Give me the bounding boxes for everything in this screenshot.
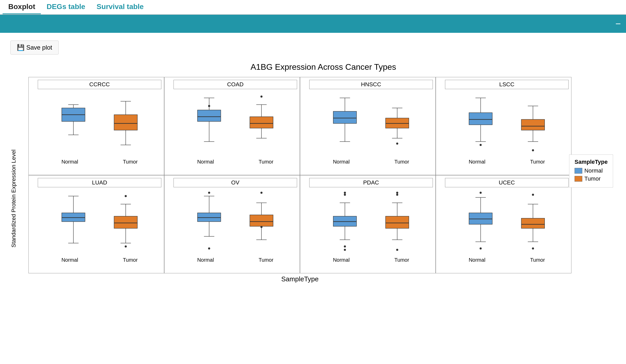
legend: SampleType Normal Tumor (569, 154, 613, 188)
plot-cell-ccrcc: CCRCCNormalTumor (28, 77, 164, 175)
plots-grid: CCRCCNormalTumorCOADNormalTumorHNSCCNorm… (28, 77, 571, 273)
svg-rect-57 (62, 213, 85, 222)
plot-cell-hnscc: HNSCCNormalTumor (300, 77, 436, 175)
plot-title-ucec: UCEC (445, 178, 569, 187)
plot-xlabel-ucec: NormalTumor (446, 257, 567, 263)
svg-point-108 (480, 247, 482, 250)
plot-xlabel-ov-normal: Normal (197, 257, 214, 263)
tab-survival-table[interactable]: Survival table (91, 0, 149, 14)
plot-xlabel-ucec-tumor: Tumor (530, 257, 545, 263)
plot-xlabel-lscc-normal: Normal (469, 159, 485, 165)
plot-svg-luad (39, 189, 160, 257)
content-area: 💾 Save plot A1BG Expression Across Cance… (0, 33, 626, 288)
svg-rect-43 (469, 113, 492, 125)
svg-rect-63 (114, 216, 137, 228)
tab-boxplot[interactable]: Boxplot (3, 0, 41, 14)
chart-title: A1BG Expression Across Cancer Types (31, 62, 616, 72)
plot-xlabel-coad-normal: Normal (197, 159, 214, 165)
tab-degs-table[interactable]: DEGs table (41, 0, 91, 14)
plot-xlabel-hnscc: NormalTumor (311, 159, 432, 165)
plot-svg-pdac (311, 189, 432, 257)
minimize-button[interactable]: − (615, 19, 621, 28)
svg-point-82 (260, 192, 262, 194)
svg-point-81 (260, 226, 262, 228)
svg-point-66 (125, 195, 127, 197)
svg-point-91 (344, 194, 346, 196)
plot-cell-lscc: LSCCNormalTumor (436, 77, 571, 175)
plot-svg-coad (175, 91, 296, 158)
svg-rect-10 (114, 115, 137, 130)
save-plot-button[interactable]: 💾 Save plot (10, 41, 59, 55)
plot-svg-ccrcc (39, 91, 160, 158)
plot-title-pdac: PDAC (309, 178, 433, 187)
plot-cell-ov: OVNormalTumor (164, 175, 300, 273)
svg-rect-23 (250, 117, 273, 128)
svg-rect-79 (250, 215, 273, 226)
svg-rect-71 (198, 213, 221, 222)
plot-cell-ucec: UCECNormalTumor (436, 175, 571, 273)
svg-rect-97 (386, 216, 409, 228)
svg-point-117 (532, 194, 534, 196)
svg-point-90 (344, 245, 346, 247)
svg-point-18 (208, 105, 210, 107)
plot-title-ov: OV (174, 178, 297, 187)
svg-point-25 (260, 96, 262, 98)
plot-cell-coad: COADNormalTumor (164, 77, 300, 175)
plot-title-luad: LUAD (38, 178, 161, 187)
svg-point-38 (396, 143, 398, 145)
legend-item-tumor: Tumor (575, 175, 608, 182)
legend-label-normal: Normal (584, 167, 603, 174)
plot-svg-hnscc (311, 91, 432, 158)
svg-rect-16 (198, 110, 221, 121)
plot-cell-luad: LUADNormalTumor (28, 175, 164, 273)
normal-color-swatch (575, 168, 582, 174)
y-axis-label: Standardized Protein Expression Level (10, 108, 17, 289)
svg-point-45 (480, 144, 482, 146)
plot-xlabel-lscc: NormalTumor (446, 159, 567, 165)
plot-cell-pdac: PDACNormalTumor (300, 175, 436, 273)
svg-point-52 (532, 149, 534, 151)
svg-rect-50 (521, 119, 545, 130)
legend-title: SampleType (575, 159, 608, 165)
svg-rect-114 (521, 218, 545, 228)
plot-xlabel-pdac-normal: Normal (333, 257, 350, 263)
svg-point-116 (532, 247, 534, 250)
plot-title-coad: COAD (174, 80, 297, 89)
plot-xlabel-hnscc-tumor: Tumor (394, 159, 409, 165)
svg-point-73 (208, 247, 210, 250)
svg-point-89 (344, 249, 346, 251)
plot-xlabel-coad: NormalTumor (175, 159, 296, 165)
header-bar: − (0, 15, 626, 33)
svg-point-92 (344, 192, 346, 194)
plot-xlabel-coad-tumor: Tumor (259, 159, 273, 165)
svg-point-74 (208, 192, 210, 194)
plot-svg-ucec (446, 189, 567, 257)
plot-xlabel-luad-tumor: Tumor (123, 257, 138, 263)
plot-xlabel-ccrcc-normal: Normal (62, 159, 78, 165)
x-axis-label: SampleType (28, 275, 571, 283)
svg-rect-36 (386, 118, 409, 128)
plot-svg-ov (175, 189, 296, 257)
plot-xlabel-lscc-tumor: Tumor (530, 159, 545, 165)
plot-xlabel-ov-tumor: Tumor (259, 257, 273, 263)
tabs-bar: Boxplot DEGs table Survival table (0, 0, 626, 15)
svg-point-101 (396, 192, 398, 194)
plot-xlabel-luad: NormalTumor (39, 257, 160, 263)
plot-xlabel-ccrcc: NormalTumor (39, 159, 160, 165)
legend-item-normal: Normal (575, 167, 608, 174)
plot-xlabel-luad-normal: Normal (62, 257, 78, 263)
svg-point-99 (396, 249, 398, 251)
plot-svg-lscc (446, 91, 567, 158)
svg-point-100 (396, 194, 398, 196)
plot-xlabel-hnscc-normal: Normal (333, 159, 350, 165)
plot-xlabel-pdac-tumor: Tumor (394, 257, 409, 263)
svg-rect-87 (333, 216, 357, 226)
plot-title-ccrcc: CCRCC (38, 80, 161, 89)
legend-label-tumor: Tumor (584, 175, 601, 182)
svg-point-65 (125, 245, 127, 247)
plot-xlabel-ucec-normal: Normal (469, 257, 485, 263)
svg-rect-106 (469, 213, 492, 224)
plot-xlabel-ccrcc-tumor: Tumor (123, 159, 138, 165)
svg-rect-30 (333, 111, 357, 123)
plot-xlabel-pdac: NormalTumor (311, 257, 432, 263)
